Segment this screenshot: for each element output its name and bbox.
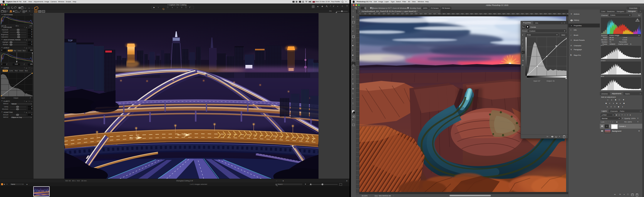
svg-text:TOP: TOP bbox=[68, 39, 73, 42]
